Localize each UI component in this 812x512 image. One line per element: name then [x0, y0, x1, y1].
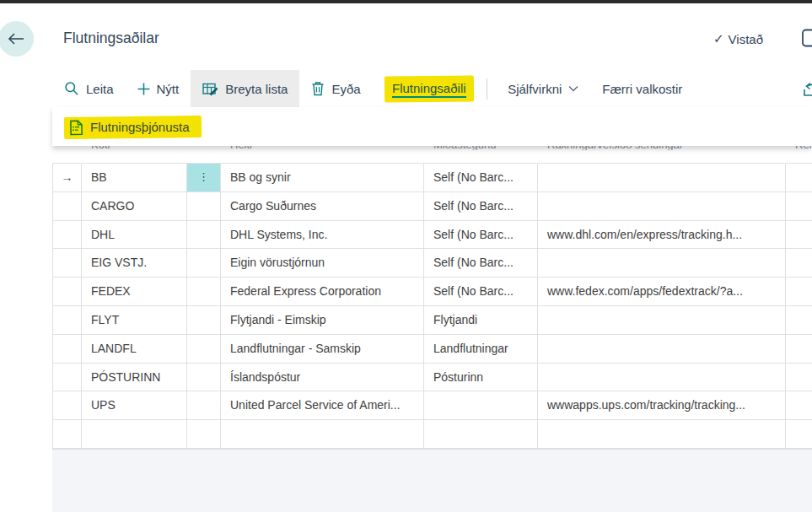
fewer-options-action[interactable]: Færri valkostir	[590, 70, 694, 107]
row-selector-arrow-icon[interactable]: →	[52, 164, 82, 191]
cell-type[interactable]: Pósturinn	[424, 364, 538, 391]
table-row[interactable]: LANDFL Landflutningar - Samskip Landflut…	[52, 335, 812, 364]
table-row[interactable]: → BB ⋮ BB og synir Self (No Barc...	[52, 164, 812, 192]
cell-type[interactable]	[424, 391, 538, 419]
cell-extra[interactable]	[786, 420, 812, 448]
cell-url[interactable]	[538, 164, 786, 191]
app-window: Flutningsaðilar ✓ Vistað Leita Nýtt	[0, 0, 812, 512]
cell-extra[interactable]	[786, 221, 812, 249]
cell-type[interactable]: Self (No Barc...	[424, 221, 538, 249]
cell-extra[interactable]	[786, 391, 812, 419]
edit-list-icon	[202, 82, 218, 96]
saved-label: Vistað	[729, 32, 763, 46]
cell-extra[interactable]	[786, 306, 812, 334]
cell-name[interactable]: United Parcel Service of Ameri...	[221, 391, 424, 419]
back-button[interactable]	[0, 21, 34, 57]
cell-extra[interactable]	[786, 249, 812, 277]
cell-name[interactable]: Íslandspóstur	[221, 364, 424, 391]
edit-list-action[interactable]: Breyta lista	[191, 70, 299, 107]
shipping-service-menu-item[interactable]: Flutningsþjónusta	[64, 116, 202, 139]
table-row[interactable]: EIG VSTJ. Eigin vörustjórnun Self (No Ba…	[52, 249, 812, 278]
cell-code[interactable]: DHL	[82, 221, 187, 249]
arrow-left-icon	[7, 31, 25, 46]
edit-list-label: Breyta lista	[225, 82, 288, 96]
browser-top-bar	[0, 0, 812, 3]
cell-type[interactable]: Landflutningar	[424, 335, 538, 363]
plus-icon	[137, 83, 150, 95]
report-document-icon	[69, 120, 83, 136]
cell-url[interactable]	[538, 249, 786, 277]
cell-url[interactable]: www.dhl.com/en/express/tracking.h...	[538, 221, 786, 249]
cell-name[interactable]: Cargo Suðurnes	[221, 192, 424, 220]
cell-code[interactable]: FEDEX	[82, 278, 187, 305]
action-toolbar: Leita Nýtt Breyta lista	[52, 70, 812, 107]
cell-name[interactable]: BB og synir	[221, 164, 424, 191]
new-action[interactable]: Nýtt	[126, 70, 191, 107]
cell-extra[interactable]	[786, 278, 812, 305]
chevron-down-icon	[568, 85, 578, 92]
cell-extra[interactable]	[786, 335, 812, 363]
table-row[interactable]: FEDEX Federal Express Corporation Self (…	[52, 278, 812, 306]
cell-type[interactable]	[424, 420, 538, 448]
cell-code[interactable]: CARGO	[82, 192, 187, 220]
cell-url[interactable]	[538, 364, 786, 391]
cell-extra[interactable]	[786, 192, 812, 220]
content-background	[52, 449, 812, 512]
cell-url[interactable]	[538, 192, 786, 220]
toolbar-divider	[487, 78, 487, 100]
cell-type[interactable]: Self (No Barc...	[424, 164, 538, 191]
fewer-options-label: Færri valkostir	[602, 82, 682, 96]
search-label: Leita	[86, 82, 114, 96]
shipping-agent-dropdown: Flutningsþjónusta	[52, 107, 812, 146]
share-icon[interactable]	[801, 78, 812, 101]
automation-label: Sjálfvirkni	[508, 82, 562, 96]
cell-name[interactable]: Landflutningar - Samskip	[221, 335, 424, 363]
saved-status: ✓ Vistað	[713, 31, 763, 46]
check-icon: ✓	[713, 31, 724, 46]
cell-name[interactable]	[221, 420, 424, 448]
cell-name[interactable]: Eigin vörustjórnun	[221, 249, 424, 277]
delete-label: Eyða	[331, 82, 360, 96]
shipping-agent-label: Flutningsaðili	[392, 80, 466, 97]
search-icon	[64, 81, 79, 96]
cell-code[interactable]: BB	[82, 164, 187, 191]
trash-icon	[311, 81, 325, 96]
cell-name[interactable]: Federal Express Corporation	[221, 278, 424, 305]
row-kebab-menu-icon[interactable]: ⋮	[187, 164, 221, 191]
cell-code[interactable]	[82, 420, 187, 448]
cell-url[interactable]	[538, 335, 786, 363]
cell-extra[interactable]	[786, 164, 812, 191]
cell-code[interactable]: EIG VSTJ.	[82, 249, 187, 277]
page-inspection-icon[interactable]	[801, 27, 812, 52]
cell-url[interactable]	[538, 306, 786, 334]
cell-name[interactable]: DHL Systems, Inc.	[221, 221, 424, 249]
table-row[interactable]: CARGO Cargo Suðurnes Self (No Barc...	[52, 192, 812, 221]
table-row[interactable]: UPS United Parcel Service of Ameri... ww…	[52, 391, 812, 420]
cell-type[interactable]: Self (No Barc...	[424, 192, 538, 220]
automation-menu[interactable]: Sjálfvirkni	[496, 70, 590, 107]
cell-code[interactable]: PÓSTURINN	[82, 364, 187, 391]
cell-code[interactable]: FLYT	[82, 306, 187, 334]
cell-name[interactable]: Flytjandi - Eimskip	[221, 306, 424, 334]
page-title: Flutningsaðilar	[63, 30, 159, 47]
search-action[interactable]: Leita	[52, 70, 126, 107]
shipping-agent-menu[interactable]: Flutningsaðili	[384, 75, 473, 102]
cell-extra[interactable]	[786, 364, 812, 391]
cell-code[interactable]: UPS	[82, 391, 187, 419]
cell-type[interactable]: Flytjandi	[424, 306, 538, 334]
delete-action[interactable]: Eyða	[299, 70, 372, 107]
cell-url[interactable]: wwwapps.ups.com/tracking/tracking...	[538, 391, 786, 419]
table-row[interactable]: FLYT Flytjandi - Eimskip Flytjandi	[52, 306, 812, 335]
table-row-empty[interactable]	[52, 420, 812, 449]
table-row[interactable]: DHL DHL Systems, Inc. Self (No Barc... w…	[52, 221, 812, 250]
cell-url[interactable]: www.fedex.com/apps/fedextrack/?a...	[538, 278, 786, 305]
cell-type[interactable]: Self (No Barc...	[424, 249, 538, 277]
new-label: Nýtt	[157, 82, 180, 96]
cell-url[interactable]	[538, 420, 786, 448]
cell-code[interactable]: LANDFL	[82, 335, 187, 363]
shipping-agents-grid: → BB ⋮ BB og synir Self (No Barc... CARG…	[52, 163, 812, 449]
table-row[interactable]: PÓSTURINN Íslandspóstur Pósturinn	[52, 364, 812, 392]
cell-type[interactable]: Self (No Barc...	[424, 278, 538, 305]
shipping-service-label: Flutningsþjónusta	[90, 120, 190, 134]
